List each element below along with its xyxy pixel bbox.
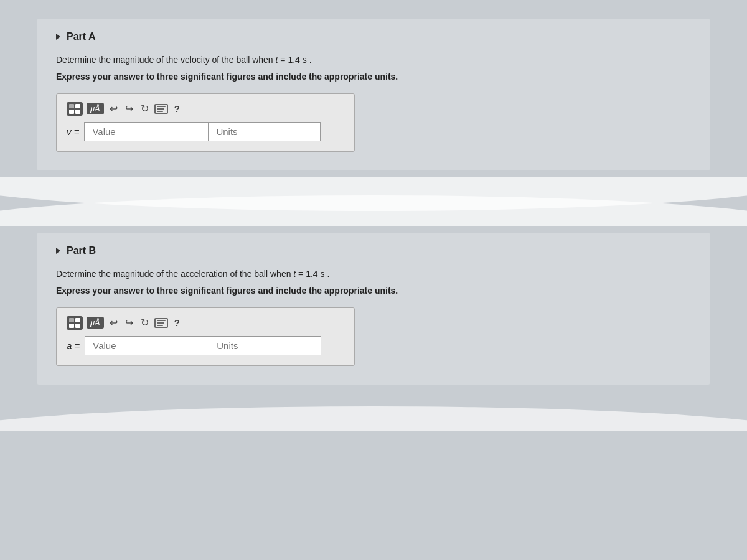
part-a-units-input[interactable] [209, 122, 321, 141]
part-a-help-button[interactable]: ? [172, 102, 182, 115]
part-a-redo-button[interactable]: ↪ [123, 101, 135, 116]
part-b-matrix-button[interactable] [67, 316, 83, 330]
part-b-answer-box: μÅ ↩ ↪ ↻ ? [56, 307, 355, 366]
part-b-keyboard-icon[interactable] [154, 318, 168, 328]
part-a-toolbar: μÅ ↩ ↪ ↻ ? [67, 101, 344, 116]
part-a-eq: t [276, 55, 278, 65]
part-b-toolbar: μÅ ↩ ↪ ↻ ? [67, 315, 344, 330]
part-b-question1: Determine the magnitude of the accelerat… [56, 268, 691, 281]
part-a-matrix-button[interactable] [67, 102, 83, 116]
part-a-undo-button[interactable]: ↩ [108, 101, 120, 116]
part-a-mu-button[interactable]: μÅ [87, 103, 104, 114]
part-b-variable-label: a = [67, 336, 80, 355]
part-b-mu-button[interactable]: μÅ [87, 317, 104, 329]
part-b-input-row: a = [67, 336, 344, 355]
part-a-question2: Express your answer to three significant… [56, 70, 691, 83]
part-b-reset-button[interactable]: ↻ [139, 315, 151, 330]
part-a-answer-box: μÅ ↩ ↪ ↻ ? [56, 93, 355, 152]
part-a-title: Part A [67, 31, 96, 42]
part-a-variable-label: v = [67, 122, 79, 141]
part-a-section: Part A Determine the magnitude of the ve… [37, 19, 710, 170]
part-b-section: Part B Determine the magnitude of the ac… [37, 233, 710, 385]
part-a-keyboard-icon[interactable] [154, 104, 168, 114]
part-a-collapse-arrow[interactable] [56, 34, 60, 40]
part-b-undo-button[interactable]: ↩ [108, 315, 120, 330]
part-b-header: Part B [56, 245, 691, 256]
bottom-divider [0, 394, 747, 431]
section-divider [0, 177, 747, 226]
part-b-help-button[interactable]: ? [172, 316, 182, 329]
part-b-title: Part B [67, 245, 96, 256]
part-b-collapse-arrow[interactable] [56, 248, 60, 254]
part-a-input-row: v = [67, 122, 344, 141]
part-a-value-input[interactable] [84, 122, 209, 141]
part-b-eq: t [293, 269, 296, 279]
part-a-question1: Determine the magnitude of the velocity … [56, 54, 691, 67]
part-a-header: Part A [56, 31, 691, 42]
part-b-units-input[interactable] [209, 336, 321, 355]
part-a-reset-button[interactable]: ↻ [139, 101, 151, 116]
part-b-question2: Express your answer to three significant… [56, 284, 691, 297]
part-b-value-input[interactable] [85, 336, 209, 355]
part-b-redo-button[interactable]: ↪ [123, 315, 135, 330]
